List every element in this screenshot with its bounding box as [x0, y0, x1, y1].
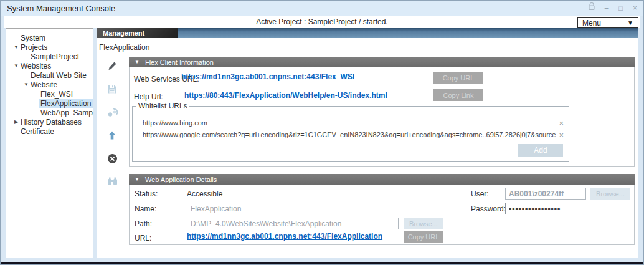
triangle-right-icon[interactable]: ▶ — [12, 119, 21, 125]
flex-client-section-body: Web Services URL: https://md1nn3gc.ab001… — [129, 67, 635, 167]
help-url-label: Help Url: — [134, 92, 163, 101]
window-title: System Management Console — [7, 4, 115, 13]
maximize-button[interactable]: □ — [618, 1, 623, 16]
tab-strip-filler — [178, 28, 638, 38]
flex-client-information-section: ▼ Flex Client Information Web Services U… — [129, 57, 635, 167]
whitelist-row: https://www.google.com/search?q=url+enco… — [143, 129, 564, 140]
tree-item-websites[interactable]: ▼Websites — [6, 61, 93, 70]
tree-item-history-databases[interactable]: ▶History Databases — [6, 117, 93, 127]
name-field[interactable] — [187, 203, 443, 214]
tab-row: Management — [97, 28, 638, 38]
tree-item-webapp-sample[interactable]: WebApp_Sample — [6, 108, 93, 117]
collapse-triangle-icon: ▼ — [135, 59, 140, 65]
password-field[interactable] — [505, 203, 630, 214]
password-label: Password: — [471, 205, 506, 213]
tree-panel: System ▼Projects SampleProject ▼Websites… — [6, 28, 93, 258]
whitelist-urls-group: Whitelist URLs https://www.bing.com × ht… — [132, 106, 569, 162]
page-title: FlexApplication — [99, 43, 149, 52]
tree-item-system[interactable]: System — [6, 33, 93, 42]
cancel-button[interactable] — [107, 153, 118, 164]
browse-user-button[interactable]: Browse... — [590, 188, 630, 200]
web-application-details-section: ▼ Web Application Details Status: Access… — [129, 174, 635, 245]
window-controls: – □ × — [589, 1, 637, 16]
whitelist-url: https://www.bing.com — [143, 119, 207, 127]
remove-url-icon[interactable]: × — [556, 130, 564, 140]
chevron-down-icon: ▼ — [627, 19, 633, 26]
main-panel: FlexApplication ▼ Flex Client Informatio… — [97, 38, 638, 258]
x-circle-icon — [107, 153, 118, 164]
status-label: Status: — [135, 190, 158, 198]
active-project-status: Active Project : SampleProject / started… — [4, 16, 640, 28]
copy-url-button[interactable]: Copy URL — [433, 72, 483, 84]
triangle-down-icon[interactable]: ▼ — [12, 63, 21, 69]
menu-dropdown[interactable]: Menu ▼ — [577, 17, 638, 28]
content-area: ▼ Flex Client Information Web Services U… — [129, 55, 635, 258]
arrow-up-icon — [107, 130, 117, 140]
refresh-button[interactable] — [107, 107, 118, 118]
save-button[interactable] — [107, 84, 118, 95]
whitelist-row: https://www.bing.com × — [143, 117, 564, 128]
edit-button[interactable] — [107, 60, 118, 72]
refresh-icon — [107, 107, 118, 118]
app-url-link[interactable]: https://md1nn3gc.ab001.cnpns.net:443/Fle… — [187, 232, 382, 241]
browse-path-button[interactable]: Browse... — [404, 218, 443, 229]
tree-item-website[interactable]: ▼Website — [6, 80, 93, 89]
triangle-down-icon[interactable]: ▼ — [22, 82, 31, 87]
user-field[interactable] — [505, 188, 586, 200]
section-title: Flex Client Information — [145, 59, 214, 66]
whitelist-urls-legend: Whitelist URLs — [136, 102, 189, 110]
help-url-link[interactable]: https://80:443/FlexApplication/WebHelp/e… — [184, 91, 387, 100]
name-label: Name: — [135, 205, 156, 213]
collapse-triangle-icon: ▼ — [135, 176, 140, 182]
vertical-toolbar — [97, 60, 128, 187]
system-management-console-window: System Management Console – □ × Active P… — [0, 0, 644, 265]
web-app-section-header[interactable]: ▼ Web Application Details — [129, 174, 635, 185]
status-value: Accessible — [187, 190, 222, 198]
tree-item-sampleproject[interactable]: SampleProject — [6, 52, 93, 61]
flex-client-section-header[interactable]: ▼ Flex Client Information — [129, 57, 635, 67]
path-field[interactable] — [187, 218, 399, 229]
triangle-down-icon[interactable]: ▼ — [12, 44, 21, 50]
close-button[interactable]: × — [633, 1, 637, 16]
remove-url-icon[interactable]: × — [556, 118, 564, 128]
lock-icon — [589, 1, 595, 16]
tree-item-certificate[interactable]: Certificate — [6, 127, 93, 136]
whitelist-url: https://www.google.com/search?q=url+enco… — [143, 131, 556, 138]
user-label: User: — [471, 190, 489, 198]
add-url-button[interactable]: Add — [518, 144, 563, 157]
binoculars-icon — [107, 176, 118, 186]
tree-item-projects[interactable]: ▼Projects — [6, 42, 93, 52]
upload-button[interactable] — [107, 130, 118, 141]
section-title: Web Application Details — [145, 176, 217, 183]
tree-item-default-web-site[interactable]: Default Web Site — [6, 70, 93, 80]
window-bottom-edge — [1, 262, 643, 264]
path-label: Path: — [135, 219, 152, 228]
floppy-disk-icon — [107, 84, 117, 94]
tree-item-flex-wsi[interactable]: Flex_WSI — [6, 89, 93, 99]
copy-link-button[interactable]: Copy Link — [433, 89, 483, 101]
tab-management[interactable]: Management — [97, 28, 178, 38]
web-app-section-body: Status: Accessible Name: Path: Browse...… — [129, 185, 635, 245]
menu-label: Menu — [582, 19, 601, 27]
pencil-icon — [107, 61, 117, 71]
tree-item-flexapplication[interactable]: FlexApplication — [6, 99, 93, 108]
minimize-button[interactable]: – — [605, 1, 609, 16]
url-label: URL: — [135, 234, 151, 243]
copy-app-url-button[interactable]: Copy URL — [404, 231, 443, 243]
search-button[interactable] — [107, 176, 118, 187]
web-services-url-link[interactable]: https://md1nn3gc.ab001.cnpns.net:443/Fle… — [181, 72, 354, 81]
title-bar: System Management Console – □ × — [1, 1, 643, 16]
